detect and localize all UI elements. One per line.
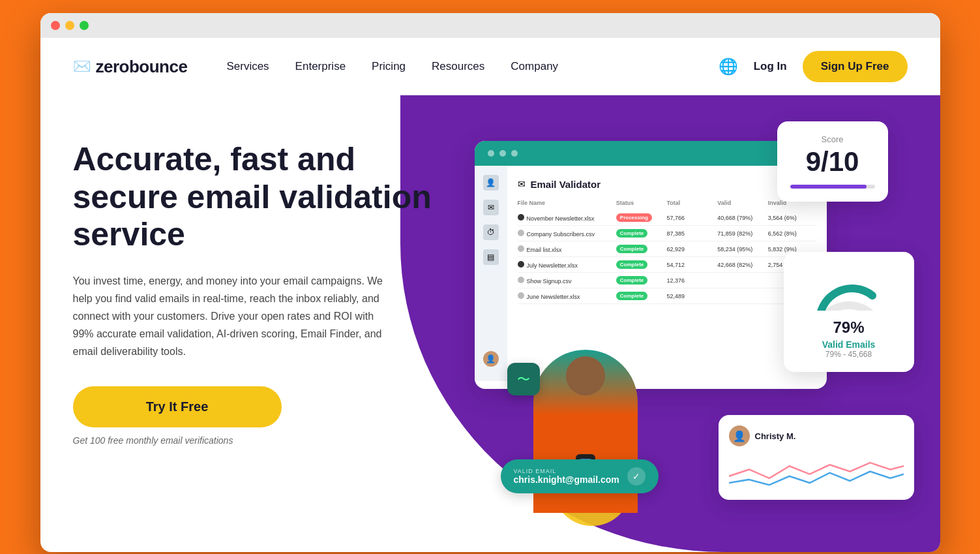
chart-card: 👤 Christy M.: [719, 415, 914, 500]
sidebar-icon-avatar-bottom: 👤: [483, 351, 499, 367]
chart-user-row: 👤 Christy M.: [729, 425, 904, 446]
valid-percent: 79%: [797, 318, 901, 337]
dashboard-title: Email Validator: [531, 179, 601, 190]
valid-email-address: chris.knight@gmail.com: [514, 474, 619, 485]
try-free-button[interactable]: Try It Free: [73, 386, 282, 427]
score-fill: [790, 185, 867, 189]
valid-sublabel: 79% - 45,668: [797, 350, 901, 359]
browser-window: ✉️ zerobounce Services Enterprise Pricin…: [40, 13, 940, 552]
person-head: [566, 356, 605, 395]
hero-illustration: Score 9/10 👤: [449, 121, 908, 513]
email-badge-content: VALID EMAIL chris.knight@gmail.com: [514, 468, 619, 485]
page-content: ✉️ zerobounce Services Enterprise Pricin…: [40, 38, 940, 552]
logo[interactable]: ✉️ zerobounce: [73, 57, 188, 77]
logo-envelope-icon: ✉️: [73, 58, 91, 75]
table-row: June Newsletter.xlsx Complete 52,489: [518, 288, 816, 304]
nav-links: Services Enterprise Pricing Resources Co…: [226, 60, 718, 73]
gauge-chart: [810, 265, 888, 311]
hero-title: Accurate, fast and secure email validati…: [73, 141, 449, 254]
logo-text: zerobounce: [96, 57, 188, 77]
hero-section: Accurate, fast and secure email validati…: [40, 95, 940, 552]
table-row: Show Signup.csv Complete 12,376: [518, 273, 816, 288]
dashboard-title-row: ✉ Email Validator + Add: [518, 176, 816, 192]
activity-icon: 〜: [517, 371, 530, 388]
nav-services[interactable]: Services: [226, 60, 269, 73]
nav-enterprise[interactable]: Enterprise: [295, 60, 346, 73]
activity-icon-badge: 〜: [507, 363, 540, 395]
dashboard-sidebar: 👤 ✉ ⏱ ▤ 👤: [475, 166, 507, 381]
nav-pricing[interactable]: Pricing: [372, 60, 406, 73]
col-filename: File Name: [518, 200, 614, 206]
table-row: November Newsletter.xlsx Processing 57,7…: [518, 210, 816, 226]
col-status: Status: [616, 200, 664, 206]
login-button[interactable]: Log In: [754, 60, 787, 73]
table-row: Email list.xlsx Complete 62,929 58,234 (…: [518, 241, 816, 257]
sidebar-icon-user: 👤: [483, 175, 499, 191]
maximize-dot[interactable]: [80, 21, 89, 30]
globe-icon[interactable]: 🌐: [719, 57, 738, 76]
chart-svg: [729, 452, 904, 491]
score-bar: [790, 185, 875, 189]
email-valid-badge: VALID EMAIL chris.knight@gmail.com ✓: [501, 459, 659, 493]
table-row: Company Subscribers.csv Complete 87,385 …: [518, 226, 816, 241]
navbar: ✉️ zerobounce Services Enterprise Pricin…: [40, 38, 940, 95]
close-dot[interactable]: [51, 21, 60, 30]
nav-right: 🌐 Log In Sign Up Free: [719, 51, 908, 82]
free-note: Get 100 free monthly email verifications: [73, 435, 449, 446]
dashboard-header: [475, 141, 827, 166]
hero-description: You invest time, energy, and money into …: [73, 272, 386, 361]
valid-email-label: VALID EMAIL: [514, 468, 619, 474]
minimize-dot[interactable]: [65, 21, 74, 30]
avatar: 👤: [729, 425, 750, 446]
browser-chrome: [40, 13, 940, 38]
check-icon: ✓: [627, 467, 646, 485]
nav-company[interactable]: Company: [511, 60, 558, 73]
email-validator-icon: ✉: [518, 179, 526, 189]
signup-button[interactable]: Sign Up Free: [803, 51, 908, 82]
dash-dot-3: [511, 150, 518, 157]
chart-username: Christy M.: [755, 431, 796, 441]
score-card: Score 9/10: [777, 121, 888, 202]
score-label: Score: [790, 134, 875, 144]
sidebar-icon-clock: ⏱: [483, 224, 499, 240]
sidebar-icon-card: ▤: [483, 249, 499, 265]
col-valid: Valid: [717, 200, 765, 206]
sidebar-icon-mail: ✉: [483, 200, 499, 215]
dash-dot-2: [499, 150, 506, 157]
valid-label: Valid Emails: [797, 339, 901, 350]
valid-emails-card: 79% Valid Emails 79% - 45,668: [784, 252, 914, 372]
hero-left: Accurate, fast and secure email validati…: [73, 121, 449, 446]
nav-resources[interactable]: Resources: [432, 60, 484, 73]
table-row: July Newsletter.xlsx Complete 54,712 42,…: [518, 257, 816, 273]
col-total: Total: [666, 200, 715, 206]
score-value: 9/10: [790, 147, 875, 177]
dash-dot-1: [488, 150, 494, 157]
table-header: File Name Status Total Valid Invalid: [518, 200, 816, 206]
